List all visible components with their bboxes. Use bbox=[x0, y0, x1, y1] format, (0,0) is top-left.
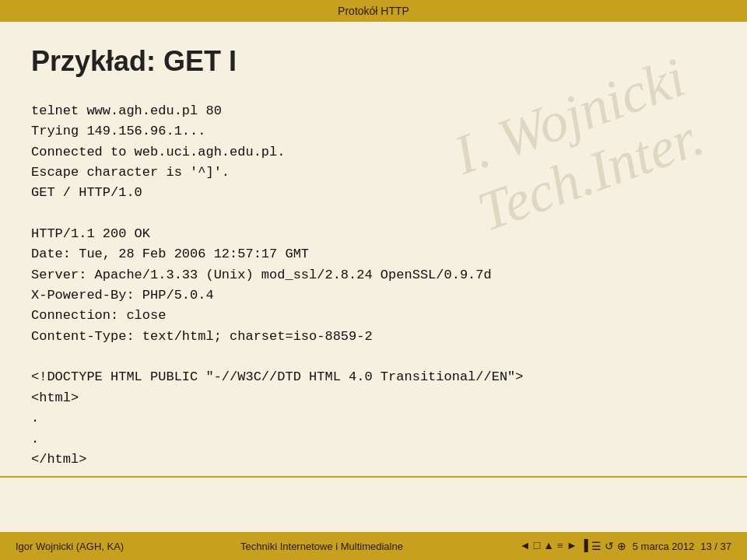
bottom-pages: 13 / 37 bbox=[700, 541, 731, 552]
nav-home-icon[interactable]: □ bbox=[534, 540, 540, 552]
nav-search-icon[interactable]: ⊕ bbox=[617, 540, 626, 553]
top-bar-title: Protokół HTTP bbox=[338, 5, 409, 17]
main-content: I. Wojnicki Tech.Inter. Przykład: GET I … bbox=[0, 22, 747, 470]
nav-refresh-icon[interactable]: ↺ bbox=[605, 540, 614, 553]
nav-list-icon[interactable]: ≡ bbox=[557, 540, 563, 552]
bottom-course: Techniki Internetowe i Multimedialne bbox=[240, 541, 403, 552]
page-title: Przykład: GET I bbox=[31, 45, 716, 78]
bottom-author: Igor Wojnicki (AGH, KA) bbox=[16, 541, 124, 552]
nav-icons[interactable]: ◄ □ ▲ ≡ ► ▐ ☰ ↺ ⊕ bbox=[520, 540, 626, 553]
nav-end-icon[interactable]: ▐ bbox=[580, 540, 588, 552]
divider bbox=[0, 476, 747, 478]
top-bar: Protokół HTTP bbox=[0, 0, 747, 22]
bottom-bar: Igor Wojnicki (AGH, KA) Techniki Interne… bbox=[0, 532, 747, 560]
code-block: telnet www.agh.edu.pl 80 Trying 149.156.… bbox=[31, 101, 716, 470]
nav-menu-icon[interactable]: ☰ bbox=[591, 540, 601, 553]
bottom-date: 5 marca 2012 bbox=[633, 541, 695, 552]
nav-next-icon[interactable]: ► bbox=[566, 540, 577, 552]
nav-up-icon[interactable]: ▲ bbox=[543, 540, 554, 552]
bottom-right: ◄ □ ▲ ≡ ► ▐ ☰ ↺ ⊕ 5 marca 2012 13 / 37 bbox=[520, 540, 731, 553]
nav-prev-icon[interactable]: ◄ bbox=[520, 540, 531, 552]
